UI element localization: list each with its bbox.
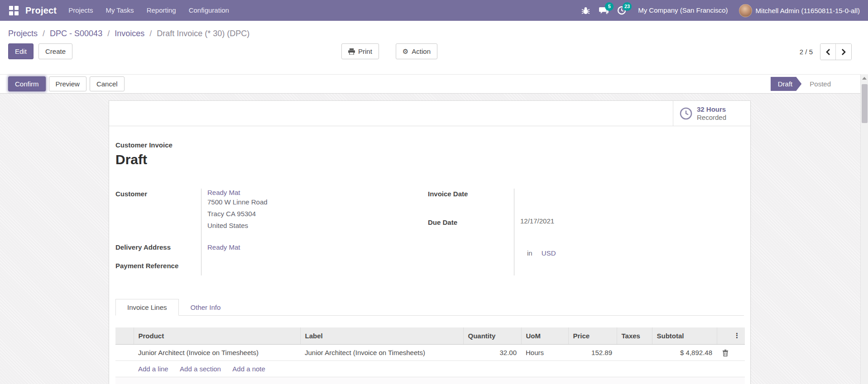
cell-label[interactable]: Junior Architect (Invoice on Timesheets): [300, 344, 463, 360]
optional-columns-icon[interactable]: ⋮: [717, 327, 745, 344]
hours-recorded-stat-button[interactable]: 32 Hours Recorded: [673, 101, 750, 126]
cancel-button[interactable]: Cancel: [90, 76, 125, 91]
breadcrumb-separator: /: [105, 29, 112, 38]
breadcrumb-task[interactable]: DPC - S00043: [50, 29, 102, 38]
user-name: Mitchell Admin (11650811-15-0-all): [756, 7, 860, 14]
form-statusbar: Confirm Preview Cancel Draft Posted: [0, 74, 868, 94]
breadcrumb-projects[interactable]: Projects: [8, 29, 38, 38]
currency-label-spacer: [428, 245, 514, 275]
column-header-product[interactable]: Product: [134, 327, 300, 344]
currency-link[interactable]: USD: [542, 249, 556, 257]
invoice-date-value: [514, 189, 681, 217]
pager-next-button[interactable]: [836, 44, 851, 60]
edit-button[interactable]: Edit: [8, 43, 34, 59]
breadcrumb-separator: /: [147, 29, 154, 38]
menu-projects[interactable]: Projects: [62, 0, 99, 21]
stat-hours-value: 32 Hours: [697, 105, 726, 114]
gear-icon: ⚙: [403, 48, 408, 55]
column-header-taxes[interactable]: Taxes: [617, 327, 652, 344]
grid-icon: [9, 6, 19, 15]
document-type: Customer Invoice: [115, 141, 744, 149]
triangle-up-icon: [862, 77, 867, 80]
add-a-section-link[interactable]: Add a section: [180, 365, 221, 373]
currency-prefix: in: [527, 249, 532, 257]
create-button[interactable]: Create: [38, 43, 72, 59]
field-group-left: Customer Ready Mat 7500 W Linne Road Tra…: [115, 189, 428, 275]
customer-label: Customer: [115, 189, 201, 237]
breadcrumb-invoices[interactable]: Invoices: [115, 29, 144, 38]
address-line: 7500 W Linne Road: [207, 196, 428, 208]
scrollbar-thumb[interactable]: [862, 84, 868, 123]
payment-reference-value: [201, 256, 428, 275]
invoice-date-label: Invoice Date: [428, 189, 514, 217]
menu-reporting[interactable]: Reporting: [140, 0, 182, 21]
chevron-right-icon: [841, 49, 846, 55]
column-header-price[interactable]: Price: [568, 327, 617, 344]
cell-product[interactable]: Junior Architect (Invoice on Timesheets): [134, 344, 300, 360]
app-brand[interactable]: Project: [23, 5, 62, 16]
column-header-label[interactable]: Label: [300, 327, 463, 344]
row-handle-cell: [115, 344, 134, 360]
row-handle-header: [115, 327, 134, 344]
column-header-quantity[interactable]: Quantity: [463, 327, 521, 344]
user-avatar: [739, 4, 752, 17]
invoice-title-block: Customer Invoice Draft: [115, 141, 744, 167]
customer-link[interactable]: Ready Mat: [207, 189, 240, 196]
odoo-app-window: Project Projects My Tasks Reporting Conf…: [0, 0, 868, 384]
status-draft[interactable]: Draft: [771, 77, 802, 91]
bug-icon: [581, 6, 590, 15]
tab-other-info[interactable]: Other Info: [179, 299, 233, 316]
cell-quantity[interactable]: 32.00: [463, 344, 521, 360]
breadcrumb-separator: /: [40, 29, 48, 38]
confirm-button[interactable]: Confirm: [8, 76, 46, 91]
clock-icon: [679, 107, 693, 120]
debug-bug-icon[interactable]: [576, 0, 595, 21]
apps-menu-icon[interactable]: [5, 0, 23, 21]
cell-uom[interactable]: Hours: [521, 344, 568, 360]
control-panel-buttons: Edit Create Print ⚙ Action: [8, 43, 860, 60]
delete-line-button[interactable]: [722, 350, 729, 356]
control-panel: Projects / DPC - S00043 / Invoices / Dra…: [0, 21, 868, 74]
form-view-content: 32 Hours Recorded Customer Invoice Draft…: [0, 94, 868, 384]
column-header-subtotal[interactable]: Subtotal: [652, 327, 717, 344]
table-row[interactable]: Junior Architect (Invoice on Timesheets)…: [115, 344, 745, 360]
delivery-address-link[interactable]: Ready Mat: [207, 243, 240, 251]
stat-hours-label: Recorded: [697, 114, 726, 122]
column-header-uom[interactable]: UoM: [521, 327, 568, 344]
menu-configuration[interactable]: Configuration: [182, 0, 235, 21]
activities-badge: 23: [623, 2, 632, 11]
action-button[interactable]: ⚙ Action: [396, 43, 437, 59]
activities-button[interactable]: 23: [613, 0, 631, 21]
address-line: United States: [207, 220, 428, 232]
invoice-sheet: 32 Hours Recorded Customer Invoice Draft…: [109, 100, 751, 384]
status-posted[interactable]: Posted: [801, 80, 839, 88]
tab-invoice-lines[interactable]: Invoice Lines: [115, 299, 179, 316]
pager-previous-button[interactable]: [820, 44, 836, 60]
user-menu[interactable]: Mitchell Admin (11650811-15-0-all): [735, 4, 863, 17]
cell-taxes[interactable]: [617, 344, 652, 360]
breadcrumb-current: Draft Invoice (* 30) (DPC): [157, 29, 249, 38]
invoice-fields: Customer Ready Mat 7500 W Linne Road Tra…: [115, 189, 744, 275]
totals-placeholder: [115, 377, 745, 384]
menu-my-tasks[interactable]: My Tasks: [99, 0, 140, 21]
cell-price[interactable]: 152.89: [568, 344, 617, 360]
company-switcher[interactable]: My Company (San Francisco): [631, 0, 735, 21]
preview-button[interactable]: Preview: [49, 76, 86, 91]
due-date-value: 12/17/2021: [514, 217, 681, 246]
messages-button[interactable]: 5: [595, 0, 613, 21]
scrollbar-up-button[interactable]: [861, 74, 868, 82]
cell-subtotal: $ 4,892.48: [652, 344, 717, 360]
add-a-line-link[interactable]: Add a line: [138, 365, 168, 373]
breadcrumb: Projects / DPC - S00043 / Invoices / Dra…: [8, 27, 860, 40]
print-button[interactable]: Print: [341, 43, 379, 59]
button-box: 32 Hours Recorded: [109, 101, 750, 126]
notebook-tabs: Invoice Lines Other Info: [115, 299, 744, 316]
field-group-right: Invoice Date Due Date 12/17/2021 in USD: [428, 189, 681, 275]
vertical-scrollbar[interactable]: [860, 74, 868, 384]
table-add-row: Add a line Add a section Add a note: [115, 360, 745, 377]
address-line: Tracy CA 95304: [207, 208, 428, 220]
delivery-address-label: Delivery Address: [115, 237, 201, 256]
payment-reference-label: Payment Reference: [115, 256, 201, 275]
table-header-row: Product Label Quantity UoM Price Taxes S…: [115, 327, 745, 344]
add-a-note-link[interactable]: Add a note: [232, 365, 265, 373]
